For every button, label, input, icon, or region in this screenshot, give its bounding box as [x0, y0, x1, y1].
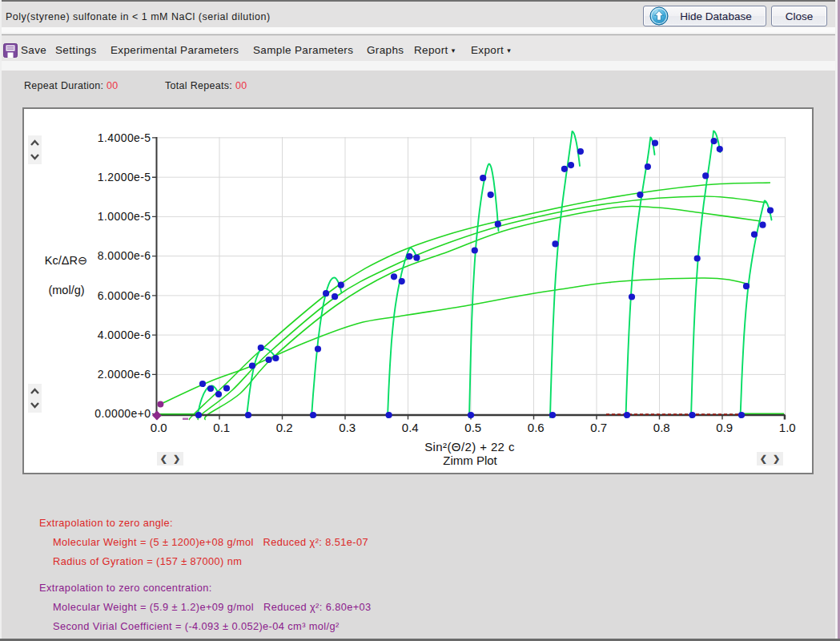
svg-text:0.1: 0.1 [213, 421, 230, 434]
svg-text:1.0: 1.0 [779, 421, 796, 434]
svg-text:0.8: 0.8 [653, 421, 670, 434]
svg-text:8.0000e-6: 8.0000e-6 [98, 249, 151, 262]
svg-text:6.0000e-6: 6.0000e-6 [98, 289, 151, 302]
svg-text:0.9: 0.9 [716, 421, 733, 434]
svg-text:(mol/g): (mol/g) [48, 284, 84, 296]
svg-text:1.4000e-5: 1.4000e-5 [98, 131, 151, 144]
svg-text:1.0000e-5: 1.0000e-5 [98, 210, 151, 223]
svg-text:4.0000e-6: 4.0000e-6 [98, 329, 151, 341]
svg-text:1.2000e-5: 1.2000e-5 [98, 171, 151, 183]
svg-text:0.5: 0.5 [464, 421, 481, 434]
svg-text:0.3: 0.3 [339, 421, 356, 434]
svg-text:0.6: 0.6 [528, 421, 545, 434]
svg-text:0.2: 0.2 [276, 421, 293, 434]
svg-text:0.0: 0.0 [151, 421, 167, 434]
svg-text:0.0000e+0: 0.0000e+0 [94, 407, 151, 420]
svg-text:0.7: 0.7 [590, 421, 607, 434]
svg-text:Kc/ΔR⊖: Kc/ΔR⊖ [45, 254, 87, 267]
svg-text:0.4: 0.4 [402, 421, 419, 434]
svg-text:2.0000e-6: 2.0000e-6 [98, 368, 151, 381]
svg-text:Sin²(Θ/2) + 22 c: Sin²(Θ/2) + 22 c [424, 440, 515, 454]
svg-text:Zimm Plot: Zimm Plot [443, 454, 497, 467]
